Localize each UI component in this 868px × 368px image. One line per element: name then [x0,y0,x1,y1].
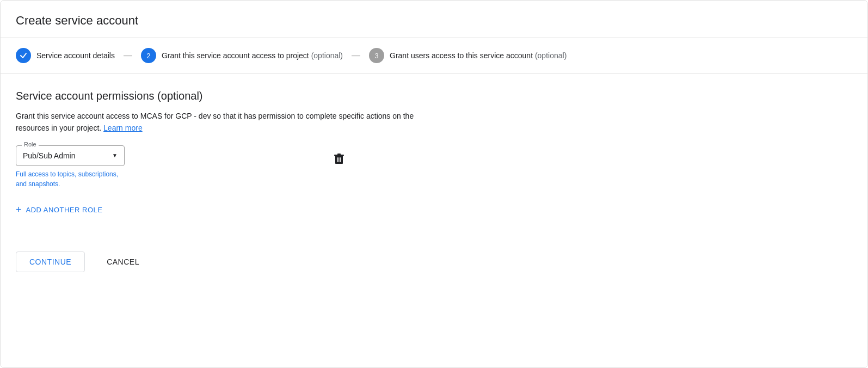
svg-rect-2 [337,154,341,155]
delete-role-button[interactable] [331,151,347,170]
step-2-optional: (optional) [311,51,343,60]
trash-icon [334,153,344,165]
step-2-circle: 2 [141,48,156,63]
add-role-plus-icon: + [16,204,22,216]
step-2: 2 Grant this service account access to p… [141,48,343,63]
content-area: Service account permissions (optional) G… [1,73,867,289]
add-role-label: ADD ANOTHER ROLE [26,206,103,214]
chevron-down-icon: ▼ [112,152,118,158]
step-1-circle [16,48,31,63]
svg-rect-0 [335,156,343,164]
step-3-optional: (optional) [535,51,567,60]
role-container: Role Pub/Sub Admin ▼ Full access to topi… [16,145,852,189]
cancel-button[interactable]: CANCEL [94,252,152,272]
role-select-label: Role [22,141,39,148]
role-select-inner[interactable]: Pub/Sub Admin ▼ [16,146,124,165]
section-title: Service account permissions (optional) [16,90,852,102]
role-select-box[interactable]: Role Pub/Sub Admin ▼ [16,145,125,166]
description-text: Grant this service account access to MCA… [16,110,429,134]
step-3-circle: 3 [369,48,384,63]
add-role-row[interactable]: + ADD ANOTHER ROLE [16,204,852,216]
role-field-wrapper: Role Pub/Sub Admin ▼ Full access to topi… [16,145,125,189]
page-container: Create service account Service account d… [0,0,868,368]
role-description: Full access to topics, subscriptions, an… [16,169,125,189]
step-3: 3 Grant users access to this service acc… [369,48,567,63]
page-title: Create service account [16,14,852,28]
step-1-2-dash: — [124,51,132,60]
continue-button[interactable]: CONTINUE [16,252,85,272]
button-row: CONTINUE CANCEL [16,243,852,272]
role-select-value: Pub/Sub Admin [23,151,76,160]
checkmark-icon [20,52,27,59]
page-header: Create service account [1,1,867,38]
step-1-label: Service account details [36,51,115,60]
learn-more-link[interactable]: Learn more [103,124,143,132]
stepper: Service account details — 2 Grant this s… [1,38,867,73]
step-1: Service account details [16,48,115,63]
svg-rect-4 [340,157,341,162]
step-2-label: Grant this service account access to pro… [162,51,343,60]
svg-rect-3 [337,157,338,162]
step-2-3-dash: — [352,51,360,60]
step-3-label: Grant users access to this service accou… [390,51,567,60]
